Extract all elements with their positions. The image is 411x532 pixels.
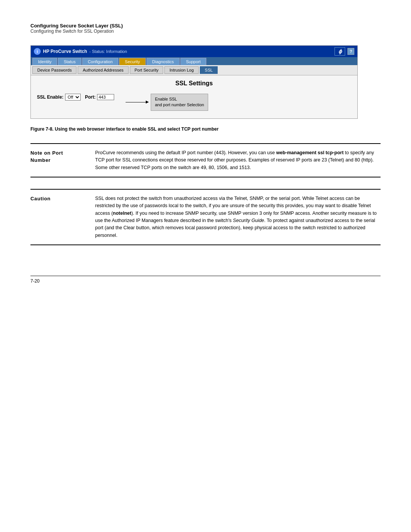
nav-tab-diagnostics[interactable]: Diagnostics bbox=[147, 58, 180, 65]
status-label: - Status: Information bbox=[89, 49, 127, 54]
sub-tab-ssl[interactable]: SSL bbox=[200, 66, 218, 74]
switch-titlebar: i HP ProCurve Switch - Status: Informati… bbox=[31, 46, 357, 57]
bold-command: web-management ssl tcp-port bbox=[276, 150, 344, 155]
ssl-tooltip: Enable SSL and port number Selection bbox=[151, 94, 208, 111]
security-guide-italic: Security Guide bbox=[233, 218, 264, 223]
main-nav: Identity Status Configuration Security D… bbox=[31, 57, 357, 65]
ssl-enable-select[interactable]: Off On bbox=[65, 94, 81, 101]
titlebar-left: i HP ProCurve Switch - Status: Informati… bbox=[34, 48, 127, 55]
arrow-container: Enable SSL and port number Selection bbox=[126, 94, 208, 111]
nav-tab-status[interactable]: Status bbox=[58, 58, 81, 65]
figure-caption-text: Figure 7-8. Using the web browser interf… bbox=[30, 126, 218, 132]
hp-logo-icon: ɸ bbox=[335, 47, 345, 56]
sub-tab-device-passwords[interactable]: Device Passwords bbox=[32, 66, 76, 74]
ssl-settings-title: SSL Settings bbox=[37, 80, 351, 87]
ssl-enable-label: SSL Enable: Off On Port: bbox=[37, 94, 114, 101]
header-title: Configuring Secure Socket Layer (SSL) bbox=[30, 23, 381, 29]
caution-label: Caution bbox=[30, 195, 84, 239]
switch-content: SSL Settings SSL Enable: Off On Port: En… bbox=[31, 75, 357, 118]
port-input[interactable] bbox=[97, 94, 114, 100]
sub-tab-port-security[interactable]: Port Security bbox=[130, 66, 164, 74]
tooltip-line2: and port number Selection bbox=[155, 102, 204, 108]
sub-nav: Device Passwords Authorized Addresses Po… bbox=[31, 65, 357, 75]
page-header: Configuring Secure Socket Layer (SSL) Co… bbox=[30, 23, 381, 34]
sub-tab-intrusion-log[interactable]: Intrusion Log bbox=[164, 66, 199, 74]
titlebar-right: ɸ ? bbox=[335, 47, 354, 56]
nav-tab-support[interactable]: Support bbox=[180, 58, 207, 65]
switch-ui-container: i HP ProCurve Switch - Status: Informati… bbox=[30, 45, 358, 119]
help-button[interactable]: ? bbox=[347, 48, 354, 55]
caution-section: Caution SSL does not protect the switch … bbox=[30, 189, 381, 245]
page-number: 7-20 bbox=[30, 278, 381, 284]
note-content: ProCurve recommends using the default IP… bbox=[95, 149, 381, 171]
app-name: HP ProCurve Switch bbox=[43, 49, 87, 54]
note-section: Note on Port Number ProCurve recommends … bbox=[30, 143, 381, 177]
nav-tab-identity[interactable]: Identity bbox=[32, 58, 57, 65]
nav-tab-security[interactable]: Security bbox=[119, 58, 146, 65]
figure-caption: Figure 7-8. Using the web browser interf… bbox=[30, 126, 381, 132]
sub-tab-authorized-addresses[interactable]: Authorized Addresses bbox=[78, 66, 128, 74]
header-subtitle: Configuring the Switch for SSL Operation bbox=[30, 29, 381, 34]
info-icon: i bbox=[34, 48, 41, 55]
caution-content: SSL does not protect the switch from una… bbox=[95, 195, 381, 239]
ssl-form-row: SSL Enable: Off On Port: Enable SSL and … bbox=[37, 91, 351, 114]
nav-tab-configuration[interactable]: Configuration bbox=[82, 58, 118, 65]
notelnet-bold: notelnet bbox=[113, 211, 132, 216]
note-label: Note on Port Number bbox=[30, 149, 84, 171]
tooltip-line1: Enable SSL bbox=[155, 96, 204, 102]
